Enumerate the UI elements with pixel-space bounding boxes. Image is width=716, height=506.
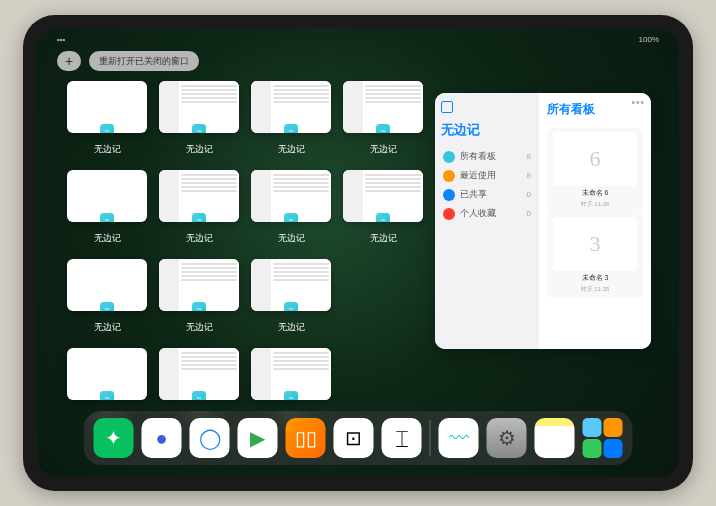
category-icon bbox=[443, 208, 455, 220]
panel-sidebar-item[interactable]: 已共享 0 bbox=[441, 185, 533, 204]
panel-item-count: 0 bbox=[527, 209, 531, 218]
freeform-app-icon: ~ bbox=[99, 390, 115, 400]
freeform-app-icon: ~ bbox=[99, 301, 115, 311]
window-label: 无边记 bbox=[186, 232, 213, 245]
dock-separator bbox=[430, 420, 431, 456]
panel-sidebar-item[interactable]: 个人收藏 0 bbox=[441, 204, 533, 223]
window-label: 无边记 bbox=[94, 321, 121, 334]
freeform-app-icon: ~ bbox=[283, 301, 299, 311]
panel-main-title: 所有看板 bbox=[547, 101, 643, 118]
window-thumbnail[interactable]: ~无边记 bbox=[343, 170, 423, 245]
panel-item-label: 所有看板 bbox=[460, 150, 496, 163]
window-label: 无边记 bbox=[94, 143, 121, 156]
quark-icon: ● bbox=[155, 427, 167, 450]
top-controls: + 重新打开已关闭的窗口 bbox=[57, 51, 199, 71]
stack-mini-icon bbox=[604, 418, 623, 437]
panel-item-count: 0 bbox=[527, 190, 531, 199]
board-name: 未命名 3 bbox=[582, 273, 609, 283]
window-preview: ~ bbox=[343, 170, 423, 222]
window-thumbnail[interactable]: ~无边记 bbox=[67, 81, 147, 156]
window-thumbnail[interactable]: ~无边记 bbox=[159, 170, 239, 245]
board-list: 6 未命名 6 昨天 11:263 未命名 3 昨天 11:25 bbox=[547, 128, 643, 298]
freeform-app-icon: ~ bbox=[283, 390, 299, 400]
freeform-app-icon: ~ bbox=[191, 390, 207, 400]
freeform-app-icon: ~ bbox=[283, 123, 299, 133]
dock-app-play[interactable]: ▶ bbox=[238, 418, 278, 458]
dock-app-dice[interactable]: ⊡ bbox=[334, 418, 374, 458]
freeform-app-icon: ~ bbox=[191, 301, 207, 311]
window-thumbnail[interactable]: ~无边记 bbox=[251, 259, 331, 334]
window-thumbnail[interactable]: ~无边记 bbox=[67, 170, 147, 245]
window-label: 无边记 bbox=[370, 143, 397, 156]
category-icon bbox=[443, 151, 455, 163]
dock-app-wechat[interactable]: ✦ bbox=[94, 418, 134, 458]
freeform-icon: 〰 bbox=[449, 427, 469, 450]
books-icon: ▯▯ bbox=[295, 426, 317, 450]
window-thumbnail[interactable]: ~无边记 bbox=[251, 170, 331, 245]
board-preview: 3 bbox=[553, 217, 637, 271]
sidebar-toggle-icon[interactable] bbox=[441, 101, 453, 113]
freeform-panel: 无边记 所有看板 8 最近使用 8 已共享 0 个人收藏 0 ••• 所有看板 … bbox=[435, 93, 651, 349]
freeform-app-icon: ~ bbox=[191, 123, 207, 133]
window-label: 无边记 bbox=[94, 232, 121, 245]
dock-app-freeform[interactable]: 〰 bbox=[439, 418, 479, 458]
stack-mini-icon bbox=[583, 418, 602, 437]
freeform-app-icon: ~ bbox=[283, 212, 299, 222]
window-thumbnail[interactable]: ~无边记 bbox=[251, 81, 331, 156]
window-preview: ~ bbox=[251, 81, 331, 133]
panel-item-label: 个人收藏 bbox=[460, 207, 496, 220]
qqbrowser-icon: ◯ bbox=[199, 426, 221, 450]
panel-sidebar-item[interactable]: 最近使用 8 bbox=[441, 166, 533, 185]
dock: ✦●◯▶▯▯⊡⌶〰⚙ bbox=[84, 411, 633, 465]
status-battery: 100% bbox=[639, 35, 659, 49]
dock-app-books[interactable]: ▯▯ bbox=[286, 418, 326, 458]
dock-app-qqbrowser[interactable]: ◯ bbox=[190, 418, 230, 458]
screen: ••• 100% + 重新打开已关闭的窗口 ~无边记~无边记~无边记~无边记~无… bbox=[37, 29, 679, 477]
board-card[interactable]: 3 未命名 3 昨天 11:25 bbox=[547, 213, 643, 298]
reopen-closed-window-button[interactable]: 重新打开已关闭的窗口 bbox=[89, 51, 199, 71]
panel-menu-button[interactable]: ••• bbox=[631, 97, 645, 108]
wechat-icon: ✦ bbox=[105, 426, 122, 450]
window-preview: ~ bbox=[343, 81, 423, 133]
dock-app-quark[interactable]: ● bbox=[142, 418, 182, 458]
window-label: 无边记 bbox=[370, 232, 397, 245]
window-preview: ~ bbox=[159, 81, 239, 133]
category-icon bbox=[443, 170, 455, 182]
window-thumbnail[interactable]: ~无边记 bbox=[67, 259, 147, 334]
window-preview: ~ bbox=[251, 348, 331, 400]
window-preview: ~ bbox=[67, 259, 147, 311]
window-thumbnail[interactable]: ~无边记 bbox=[343, 81, 423, 156]
board-preview: 6 bbox=[553, 132, 637, 186]
window-label: 无边记 bbox=[278, 143, 305, 156]
dock-app-notes[interactable] bbox=[535, 418, 575, 458]
window-preview: ~ bbox=[159, 170, 239, 222]
panel-title: 无边记 bbox=[441, 121, 533, 139]
window-thumbnail[interactable]: ~无边记 bbox=[159, 259, 239, 334]
connect-icon: ⌶ bbox=[396, 427, 408, 450]
dock-app-library[interactable] bbox=[583, 418, 623, 458]
dock-app-connect[interactable]: ⌶ bbox=[382, 418, 422, 458]
panel-sidebar-item[interactable]: 所有看板 8 bbox=[441, 147, 533, 166]
panel-main: ••• 所有看板 6 未命名 6 昨天 11:263 未命名 3 昨天 11:2… bbox=[539, 93, 651, 349]
board-time: 昨天 11:26 bbox=[581, 200, 610, 209]
window-preview: ~ bbox=[159, 348, 239, 400]
window-label: 无边记 bbox=[278, 232, 305, 245]
freeform-app-icon: ~ bbox=[375, 212, 391, 222]
dock-app-settings[interactable]: ⚙ bbox=[487, 418, 527, 458]
window-thumbnail[interactable]: ~无边记 bbox=[159, 81, 239, 156]
play-icon: ▶ bbox=[250, 426, 265, 450]
panel-sidebar: 无边记 所有看板 8 最近使用 8 已共享 0 个人收藏 0 bbox=[435, 93, 539, 349]
window-label: 无边记 bbox=[186, 143, 213, 156]
window-preview: ~ bbox=[159, 259, 239, 311]
panel-item-label: 最近使用 bbox=[460, 169, 496, 182]
window-label: 无边记 bbox=[278, 321, 305, 334]
window-label: 无边记 bbox=[186, 321, 213, 334]
window-preview: ~ bbox=[67, 81, 147, 133]
board-card[interactable]: 6 未命名 6 昨天 11:26 bbox=[547, 128, 643, 213]
status-bar: ••• 100% bbox=[37, 35, 679, 49]
new-window-button[interactable]: + bbox=[57, 51, 81, 71]
panel-sidebar-header bbox=[441, 101, 533, 113]
freeform-app-icon: ~ bbox=[99, 212, 115, 222]
window-preview: ~ bbox=[251, 259, 331, 311]
category-icon bbox=[443, 189, 455, 201]
